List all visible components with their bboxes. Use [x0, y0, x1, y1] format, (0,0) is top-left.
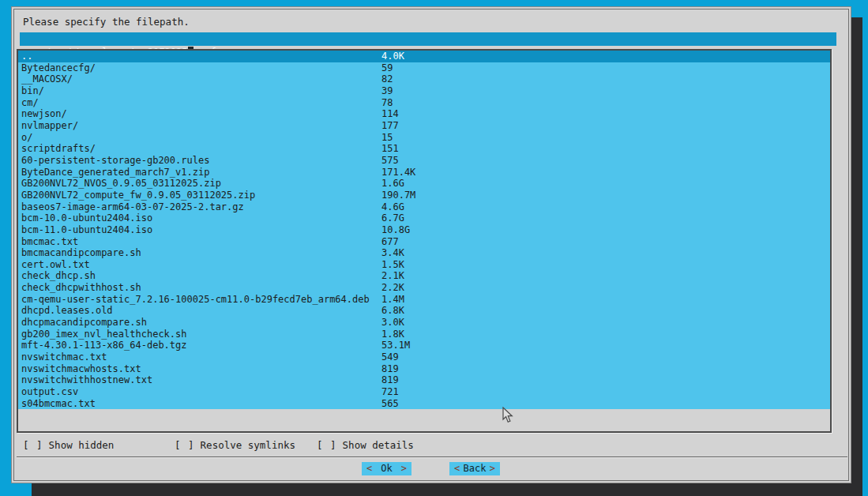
option-checkbox-show-details[interactable]: [ ]Show details [317, 439, 414, 451]
file-row[interactable]: baseos7-image-arm64-03-07-2025-2.tar.gz4… [18, 201, 830, 213]
file-name: cm/ [21, 97, 39, 108]
file-name: bcm-10.0-ubuntu2404.iso [21, 212, 152, 224]
dialog-title: Please specify the filepath. [23, 16, 190, 28]
file-name: GB200NVL72_compute_fw_0.9.05_03112025.zi… [21, 190, 255, 201]
file-row[interactable]: cm-qemu-user-static_7.2.16-100025-cm11.0… [18, 294, 830, 306]
file-size: 3.4K [381, 247, 404, 259]
file-row[interactable]: bin/39 [18, 85, 830, 97]
file-row[interactable]: ..4.0K [18, 51, 830, 62]
right-bracket: > [401, 462, 407, 475]
option-label: Show hidden [49, 439, 115, 451]
file-row[interactable]: bmcmacandipcompare.sh3.4K [18, 247, 830, 259]
file-listbox[interactable]: ..4.0KBytedancecfg/59__MACOSX/82bin/39cm… [17, 49, 832, 433]
file-size: 39 [381, 85, 393, 97]
file-row[interactable]: mft-4.30.1-113-x86_64-deb.tgz53.1M [18, 340, 830, 351]
file-name: 60-persistent-storage-gb200.rules [21, 155, 209, 166]
option-label: Resolve symlinks [201, 439, 295, 451]
file-row[interactable]: scriptdrafts/151 [18, 143, 830, 155]
file-row[interactable]: dhcpd.leases.old6.8K [18, 305, 830, 317]
file-size: 819 [381, 363, 399, 375]
file-size: 190.7M [381, 190, 415, 201]
file-size: 2.1K [381, 270, 404, 282]
file-row[interactable]: cert.owl.txt1.5K [18, 259, 830, 271]
file-size: 6.7G [381, 212, 404, 224]
file-row[interactable]: bcm-11.0-ubuntu2404.iso10.8G [18, 224, 830, 236]
file-name: bmcmac.txt [21, 236, 78, 247]
file-row[interactable]: nvswitchmacwhosts.txt819 [18, 363, 830, 375]
file-row[interactable]: o/15 [18, 132, 830, 144]
file-name: cm-qemu-user-static_7.2.16-100025-cm11.0… [21, 294, 370, 305]
file-name: bin/ [21, 85, 44, 96]
file-name: gb200_imex_nvl_healthcheck.sh [21, 329, 187, 340]
file-size: 565 [381, 398, 399, 410]
file-size: 151 [381, 143, 399, 155]
left-bracket: < [366, 462, 372, 475]
file-name: cert.owl.txt [21, 259, 90, 270]
option-checkbox-resolve-symlinks[interactable]: [ ]Resolve symlinks [175, 439, 295, 451]
file-row[interactable]: GB200NVL72_compute_fw_0.9.05_03112025.zi… [18, 190, 830, 201]
file-row[interactable]: GB200NVL72_NVOS_0.9.05_03112025.zip1.6G [18, 178, 830, 190]
file-row[interactable]: nvswitchwithhostnew.txt819 [18, 374, 830, 386]
terminal-screen: { "dialog": { "title": "Please specify t… [0, 0, 868, 496]
file-row[interactable]: dhcpmacandipcompare.sh3.0K [18, 317, 830, 329]
file-name: output.csv [21, 386, 78, 397]
file-name: __MACOSX/ [21, 73, 73, 85]
file-row[interactable]: cm/78 [18, 97, 830, 109]
file-name: scriptdrafts/ [21, 143, 96, 154]
file-name: mft-4.30.1-113-x86_64-deb.tgz [21, 340, 187, 351]
file-size: 6.8K [381, 305, 404, 317]
file-name: nvlmapper/ [21, 120, 78, 131]
file-size: 15 [381, 132, 393, 144]
file-row[interactable]: __MACOSX/82 [18, 73, 830, 85]
file-row[interactable]: check_dhcpwithhost.sh2.2K [18, 282, 830, 294]
button-label: Ok [381, 462, 392, 475]
file-name: baseos7-image-arm64-03-07-2025-2.tar.gz [21, 201, 244, 212]
filepath-input[interactable]: /root/cm-wlm-setup3172025.conf [20, 32, 836, 46]
file-row[interactable]: bcm-10.0-ubuntu2404.iso6.7G [18, 212, 830, 224]
file-row[interactable]: newjson/114 [18, 108, 830, 120]
checkbox-icon: [ ] [317, 439, 337, 451]
file-row[interactable]: Bytedancecfg/59 [18, 62, 830, 74]
file-name: ByteDance_generated_march7_v1.zip [21, 167, 209, 178]
options-row: [ ]Show hidden[ ]Resolve symlinks[ ]Show… [12, 439, 851, 452]
file-name: nvswitchmacwhosts.txt [21, 363, 141, 374]
file-size: 1.4M [381, 294, 404, 306]
file-size: 82 [381, 73, 393, 85]
file-name: nvswitchwithhostnew.txt [21, 374, 152, 385]
back-button[interactable]: <Back> [449, 462, 500, 475]
file-size: 10.8G [381, 224, 410, 236]
file-name: o/ [21, 132, 32, 143]
file-size: 721 [381, 386, 399, 398]
file-row[interactable]: output.csv721 [18, 386, 830, 398]
file-size: 3.0K [381, 317, 404, 329]
file-name: newjson/ [21, 108, 67, 119]
file-size: 78 [381, 97, 393, 109]
file-row[interactable]: nvswitchmac.txt549 [18, 351, 830, 363]
file-row[interactable]: check_dhcp.sh2.1K [18, 270, 830, 282]
file-size: 1.5K [381, 259, 404, 271]
option-checkbox-show-hidden[interactable]: [ ]Show hidden [23, 439, 114, 451]
file-size: 575 [381, 155, 399, 167]
file-size: 677 [381, 236, 399, 248]
file-size: 53.1M [381, 340, 410, 351]
file-size: 4.0K [381, 51, 404, 62]
file-name: bmcmacandipcompare.sh [21, 247, 141, 258]
file-size: 4.6G [381, 201, 404, 213]
checkbox-icon: [ ] [23, 439, 43, 451]
file-size: 114 [381, 108, 399, 120]
button-label: Back [464, 462, 487, 475]
divider [17, 457, 847, 458]
file-name: dhcpmacandipcompare.sh [21, 317, 147, 328]
file-row[interactable]: ByteDance_generated_march7_v1.zip171.4K [18, 167, 830, 178]
file-name: Bytedancecfg/ [21, 62, 96, 73]
ok-button[interactable]: <Ok> [362, 462, 411, 475]
file-row[interactable]: gb200_imex_nvl_healthcheck.sh1.8K [18, 329, 830, 340]
file-name: .. [21, 51, 32, 62]
checkbox-icon: [ ] [175, 439, 195, 451]
file-name: bcm-11.0-ubuntu2404.iso [21, 224, 152, 235]
file-row[interactable]: nvlmapper/177 [18, 120, 830, 132]
file-row[interactable]: s04bmcmac.txt565 [18, 398, 830, 410]
file-row[interactable]: 60-persistent-storage-gb200.rules575 [18, 155, 830, 167]
file-size: 1.8K [381, 329, 404, 340]
file-row[interactable]: bmcmac.txt677 [18, 236, 830, 248]
